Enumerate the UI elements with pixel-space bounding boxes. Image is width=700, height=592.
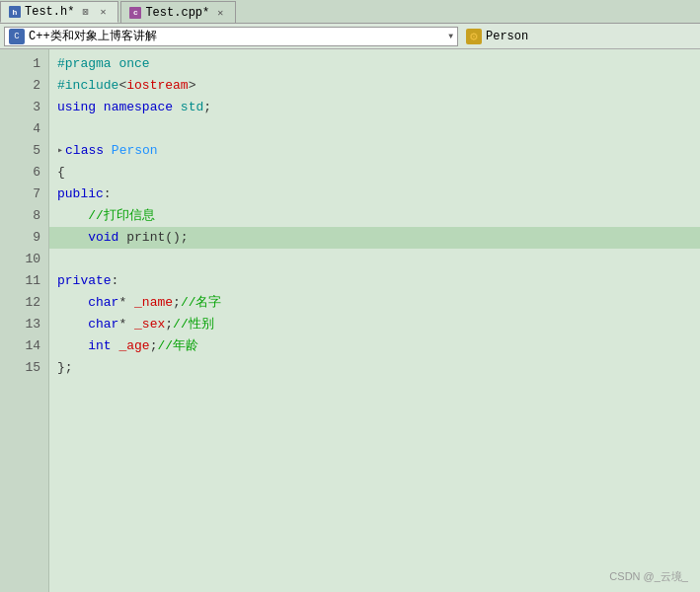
line-num-8: 8 <box>0 205 48 227</box>
void-keyword: void <box>88 227 118 249</box>
code-line-9[interactable]: void print(); <box>49 227 700 249</box>
close-brace-15: }; <box>57 357 73 379</box>
code-line-4[interactable] <box>49 118 700 140</box>
code-line-12[interactable]: char* _name;//名字 <box>49 292 700 314</box>
editor: 1 2 3 4 5 6 7 8 9 10 11 12 13 14 15 #pra… <box>0 49 700 592</box>
char-keyword-12: char <box>88 292 118 314</box>
line-num-7: 7 <box>0 184 48 205</box>
include-bracket-open: < <box>118 75 126 97</box>
indent-9 <box>57 227 88 249</box>
tab-cpp-label: Test.cpp* <box>145 6 209 20</box>
age-var: _age <box>118 335 149 357</box>
line-num-13: 13 <box>0 314 48 335</box>
line-num-5: 5 <box>0 140 48 162</box>
comment-12: //名字 <box>181 292 222 314</box>
sex-var: _sex <box>134 314 165 335</box>
print-name: print <box>126 227 165 249</box>
line-num-4: 4 <box>0 118 48 140</box>
tab-h-icon: h <box>9 6 21 18</box>
line-num-10: 10 <box>0 249 48 270</box>
print-parens: (); <box>165 227 188 249</box>
semi-12: ; <box>173 292 181 314</box>
code-line-2[interactable]: #include<iostream> <box>49 75 700 97</box>
line-numbers: 1 2 3 4 5 6 7 8 9 10 11 12 13 14 15 <box>0 49 49 592</box>
comment-14: //年龄 <box>157 335 198 357</box>
tab-h-label: Test.h* <box>25 5 74 19</box>
toolbar: C C++类和对象上博客讲解 ▼ ⚙ Person <box>0 24 700 49</box>
name-var: _name <box>134 292 173 314</box>
private-keyword: private <box>57 270 112 292</box>
namespace-keyword: namespace <box>104 97 173 118</box>
tab-cpp-close-icon[interactable]: ✕ <box>213 6 227 20</box>
dropdown-arrow-icon: ▼ <box>448 32 453 40</box>
semicolon1: ; <box>203 97 211 118</box>
code-area[interactable]: #pragma once #include<iostream> using na… <box>49 49 700 592</box>
line-num-6: 6 <box>0 162 48 184</box>
indent-14 <box>57 335 88 357</box>
indent-12 <box>57 292 88 314</box>
open-brace: { <box>57 162 65 184</box>
semi-13: ; <box>165 314 173 335</box>
code-line-6[interactable]: { <box>49 162 700 184</box>
indent-8 <box>57 205 88 227</box>
comment-8: //打印信息 <box>88 205 155 227</box>
tab-bar: h Test.h* ⊠ ✕ c Test.cpp* ✕ <box>0 0 700 24</box>
tab-h-save-icon[interactable]: ⊠ <box>78 5 92 19</box>
code-line-8[interactable]: //打印信息 <box>49 205 700 227</box>
person-icon: ⚙ <box>466 29 482 44</box>
line-num-1: 1 <box>0 53 48 75</box>
line-num-15: 15 <box>0 357 48 379</box>
tab-test-cpp[interactable]: c Test.cpp* ✕ <box>120 1 236 23</box>
public-colon: : <box>104 184 112 205</box>
space1 <box>96 97 104 118</box>
tab-test-h[interactable]: h Test.h* ⊠ ✕ <box>0 1 118 23</box>
pragma-keyword: #pragma once <box>57 53 150 75</box>
private-colon: : <box>112 270 119 292</box>
collapse-icon-5[interactable]: ▸ <box>57 140 63 162</box>
include-keyword: #include <box>57 75 118 97</box>
toolbar-right-label: Person <box>486 30 528 43</box>
watermark: CSDN @_云境_ <box>609 569 688 584</box>
public-keyword: public <box>57 184 104 205</box>
line-num-3: 3 <box>0 97 48 118</box>
code-line-14[interactable]: int _age;//年龄 <box>49 335 700 357</box>
toolbar-dropdown-icon: C <box>9 29 25 44</box>
class-keyword: class <box>65 140 104 162</box>
line-num-12: 12 <box>0 292 48 314</box>
code-line-1[interactable]: #pragma once <box>49 53 700 75</box>
code-line-10[interactable] <box>49 249 700 270</box>
toolbar-right: ⚙ Person <box>466 29 528 44</box>
code-line-7[interactable]: public: <box>49 184 700 205</box>
int-keyword-14: int <box>88 335 111 357</box>
space2 <box>173 97 181 118</box>
line-num-9: 9 <box>0 227 48 249</box>
include-bracket-close: > <box>189 75 196 97</box>
toolbar-dropdown-label: C++类和对象上博客讲解 <box>29 28 157 44</box>
tab-h-close-icon[interactable]: ✕ <box>96 5 110 19</box>
line-num-11: 11 <box>0 270 48 292</box>
line-num-14: 14 <box>0 335 48 357</box>
space-9 <box>118 227 126 249</box>
comment-13: //性别 <box>173 314 214 335</box>
code-line-3[interactable]: using namespace std; <box>49 97 700 118</box>
include-lib: iostream <box>126 75 188 97</box>
char-keyword-13: char <box>88 314 118 335</box>
code-line-15[interactable]: }; <box>49 357 700 379</box>
star-13: * <box>118 314 134 335</box>
line-num-2: 2 <box>0 75 48 97</box>
code-line-11[interactable]: private: <box>49 270 700 292</box>
space3 <box>104 140 112 162</box>
indent-13 <box>57 314 88 335</box>
star-12: * <box>118 292 134 314</box>
code-line-5[interactable]: ▸class Person <box>49 140 700 162</box>
code-line-13[interactable]: char* _sex;//性别 <box>49 314 700 335</box>
class-name: Person <box>112 140 158 162</box>
tab-cpp-icon: c <box>129 7 141 19</box>
semi-14: ; <box>150 335 158 357</box>
std-name: std <box>181 97 203 118</box>
using-keyword: using <box>57 97 96 118</box>
toolbar-dropdown[interactable]: C C++类和对象上博客讲解 ▼ <box>4 27 458 46</box>
